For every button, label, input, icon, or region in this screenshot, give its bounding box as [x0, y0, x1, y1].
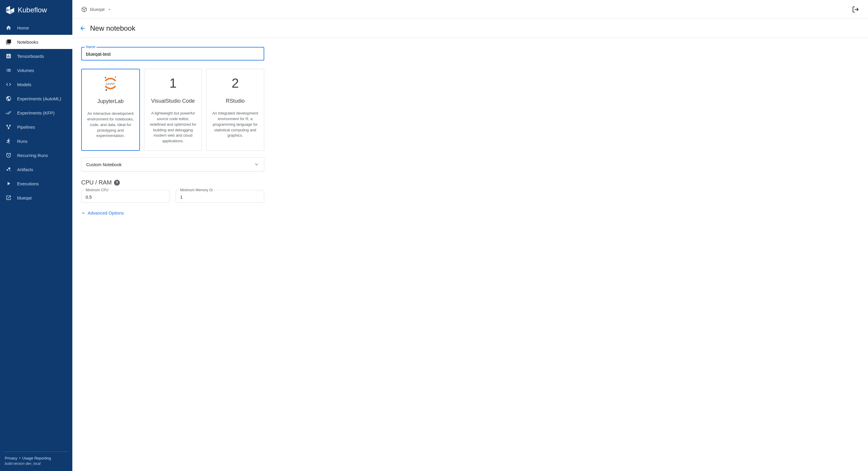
arrow-left-icon — [80, 25, 86, 32]
nav: Home Notebooks Tensorboards Volumes Mode… — [0, 21, 72, 447]
sidebar-item-label: Experiments (AutoML) — [17, 96, 61, 101]
sidebar-footer: Privacy • Usage Reporting build version … — [0, 447, 72, 471]
card-desc: An interactive development environment f… — [86, 111, 135, 139]
list-icon — [5, 67, 12, 73]
sidebar-item-label: Runs — [17, 139, 27, 144]
sidebar-item-experiments-automl[interactable]: Experiments (AutoML) — [0, 92, 72, 106]
cpu-ram-title: CPU / RAM ? — [81, 179, 264, 186]
sidebar-item-notebooks[interactable]: Notebooks — [0, 35, 72, 49]
sidebar-item-label: Executions — [17, 181, 39, 186]
chart-icon — [5, 53, 12, 59]
globe-icon — [5, 95, 12, 102]
help-icon[interactable]: ? — [114, 180, 120, 186]
custom-notebook-dropdown[interactable]: Custom Notebook — [81, 157, 264, 171]
svg-point-14 — [105, 89, 107, 91]
card-desc: An integrated development environment fo… — [211, 111, 260, 138]
sidebar-item-label: Models — [17, 82, 31, 87]
sidebar-item-artifacts[interactable]: Artifacts — [0, 162, 72, 177]
brand-name: Kubeflow — [18, 6, 47, 14]
clock-icon — [5, 152, 12, 158]
home-icon — [5, 25, 12, 31]
card-jupyterlab[interactable]: jupyter JupyterLab An interactive develo… — [81, 69, 140, 151]
chevron-down-icon — [81, 211, 85, 215]
sidebar-item-label: Home — [17, 25, 29, 30]
main-content: blueqat New notebook Name — [72, 0, 868, 471]
sidebar-item-tensorboards[interactable]: Tensorboards — [0, 49, 72, 63]
card-rstudio[interactable]: 2 RStudio An integrated development envi… — [206, 69, 264, 151]
sidebar-item-label: Volumes — [17, 68, 34, 73]
card-title: RStudio — [226, 98, 245, 104]
sidebar-item-models[interactable]: Models — [0, 77, 72, 92]
svg-point-12 — [105, 77, 106, 78]
card-title: JupyterLab — [97, 98, 124, 104]
running-icon — [5, 138, 12, 144]
build-version: build version dev_local — [5, 462, 68, 466]
sidebar-item-experiments-kfp[interactable]: Experiments (KFP) — [0, 106, 72, 120]
min-cpu-label: Minimum CPU — [85, 188, 110, 192]
namespace-selector[interactable]: blueqat — [81, 6, 112, 12]
notebook-icon — [5, 39, 12, 45]
privacy-link[interactable]: Privacy — [5, 456, 18, 460]
share-icon — [5, 124, 12, 130]
vscode-logo-placeholder: 1 — [169, 74, 177, 93]
sidebar-item-home[interactable]: Home — [0, 21, 72, 35]
sidebar-item-volumes[interactable]: Volumes — [0, 63, 72, 77]
chevron-down-icon — [254, 162, 259, 167]
advanced-options-toggle[interactable]: Advanced Options — [81, 211, 264, 215]
name-label: Name — [85, 45, 97, 49]
sidebar-item-runs[interactable]: Runs — [0, 134, 72, 148]
svg-point-13 — [115, 76, 116, 77]
topbar: blueqat — [72, 0, 868, 19]
card-vscode[interactable]: 1 VisualStudio Code A lightweight but po… — [144, 69, 202, 151]
sidebar-item-pipelines[interactable]: Pipelines — [0, 120, 72, 134]
chevron-down-icon — [107, 7, 112, 11]
sidebar-item-label: Recurring Runs — [17, 153, 48, 158]
namespace-label: blueqat — [90, 7, 104, 12]
min-cpu-value: 0.5 — [86, 194, 165, 199]
external-icon — [5, 194, 12, 201]
min-memory-field[interactable]: Minimum Memory Gi 1 — [176, 190, 264, 203]
sidebar-item-label: Artifacts — [17, 167, 33, 172]
sidebar-item-label: Pipelines — [17, 125, 35, 130]
sidebar: Kubeflow Home Notebooks Tensorboards Vol… — [0, 0, 72, 471]
sidebar-item-label: Notebooks — [17, 39, 38, 44]
kubeflow-logo-icon — [5, 5, 15, 15]
advanced-options-label: Advanced Options — [88, 211, 124, 215]
back-button[interactable] — [80, 25, 86, 32]
brand-logo: Kubeflow — [0, 0, 72, 21]
sidebar-item-executions[interactable]: Executions — [0, 177, 72, 191]
double-check-icon — [5, 109, 12, 116]
svg-point-9 — [9, 170, 10, 171]
svg-text:jupyter: jupyter — [106, 82, 115, 85]
package-icon — [81, 6, 87, 12]
card-title: VisualStudio Code — [151, 98, 195, 104]
play-icon — [5, 180, 12, 187]
sidebar-item-label: blueqat — [17, 195, 32, 200]
svg-point-7 — [6, 169, 8, 170]
page-title: New notebook — [90, 24, 135, 32]
jupyter-logo-icon: jupyter — [102, 74, 119, 93]
rstudio-logo-placeholder: 2 — [231, 74, 239, 93]
logout-icon — [852, 6, 859, 13]
name-field[interactable]: Name — [81, 47, 264, 61]
min-cpu-field[interactable]: Minimum CPU 0.5 — [81, 190, 170, 203]
min-memory-label: Minimum Memory Gi — [179, 188, 214, 192]
bubble-icon — [5, 166, 12, 172]
sidebar-item-recurring-runs[interactable]: Recurring Runs — [0, 148, 72, 162]
sidebar-item-blueqat[interactable]: blueqat — [0, 191, 72, 205]
dropdown-label: Custom Notebook — [86, 162, 122, 167]
card-desc: A lightweight but powerful source code e… — [149, 111, 198, 144]
svg-point-8 — [8, 167, 10, 169]
sidebar-item-label: Tensorboards — [17, 54, 44, 59]
page-header: New notebook — [72, 19, 868, 38]
min-memory-value: 1 — [180, 194, 260, 199]
logout-button[interactable] — [852, 6, 859, 13]
code-icon — [5, 81, 12, 88]
notebook-type-cards: jupyter JupyterLab An interactive develo… — [81, 69, 264, 151]
usage-reporting-link[interactable]: Usage Reporting — [22, 456, 51, 460]
name-input[interactable] — [86, 52, 259, 57]
sidebar-item-label: Experiments (KFP) — [17, 111, 55, 115]
